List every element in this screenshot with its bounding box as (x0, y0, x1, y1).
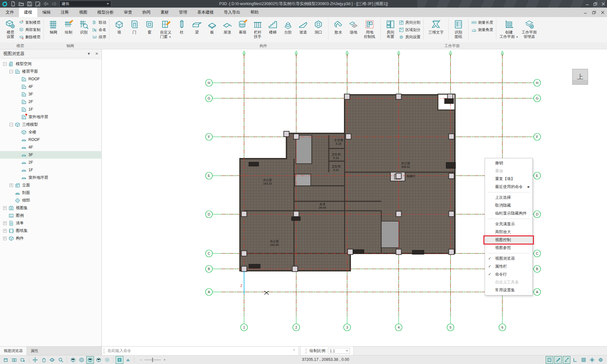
context-item-取消隐藏[interactable]: 取消隐藏 (485, 202, 532, 209)
expander-icon[interactable]: + (3, 237, 7, 240)
menu-导入导出[interactable]: 导入导出 (219, 8, 245, 17)
expander-icon[interactable]: + (3, 206, 7, 210)
expander-icon[interactable]: + (3, 221, 7, 225)
expander-icon[interactable]: − (9, 70, 13, 73)
tile-views-icon[interactable] (10, 356, 18, 364)
add-view-icon[interactable] (19, 356, 27, 364)
tree-item-4F[interactable]: 4F (0, 83, 101, 90)
context-item-命令行[interactable]: ✓命令行 (485, 270, 532, 278)
cube-wire-icon[interactable] (69, 356, 77, 364)
zoom-mag-icon[interactable] (57, 356, 64, 364)
context-item-撤销[interactable]: 撤销 (485, 159, 532, 167)
expander-icon[interactable]: + (3, 229, 7, 233)
ribbon-台阶[interactable]: 台阶 (280, 19, 296, 39)
zoom-extents-icon[interactable] (31, 356, 39, 364)
menu-建模[interactable]: 建模 (19, 8, 37, 17)
boundary-frame-icon[interactable] (546, 356, 553, 364)
tree-item-立面[interactable]: +立面 (0, 181, 101, 189)
ribbon-识别[interactable]: 识别 (76, 19, 91, 39)
restore-icon[interactable] (593, 2, 597, 6)
ribbon-幕墙[interactable]: 幕墙 (235, 19, 250, 39)
context-item-常用设置集[interactable]: 常用设置集 (485, 286, 532, 294)
tree-item-图纸集[interactable]: +图纸集 (0, 227, 101, 234)
tree-item-1F[interactable]: 1F (0, 166, 101, 174)
menu-注释[interactable]: 注释 (56, 8, 74, 17)
minimize-icon[interactable] (586, 2, 589, 6)
panel-tab-属性[interactable]: 属性 (27, 347, 42, 355)
menu-管理[interactable]: 管理 (174, 8, 192, 17)
context-item-自定义工具条[interactable]: 自定义工具条 (485, 278, 532, 286)
tree-item-2F[interactable]: 2F (0, 98, 101, 106)
ortho-icon[interactable] (571, 356, 579, 364)
tree-item-三维模型[interactable]: −三维模型 (0, 121, 101, 128)
ribbon-房间布置[interactable]: 房间布置 (383, 19, 398, 39)
undo-icon[interactable] (43, 1, 49, 7)
tree-item-构件[interactable]: +构件 (0, 234, 101, 242)
cube-sphere-icon[interactable] (78, 356, 85, 364)
expander-icon[interactable]: − (9, 123, 13, 126)
command-line[interactable]: 在此输入命令 ⌃ (102, 347, 298, 355)
tree-item-模型空间[interactable]: −模型空间 (0, 60, 101, 68)
ribbon-墙[interactable]: 墙 (112, 19, 127, 39)
zoom-track[interactable] (144, 360, 161, 360)
save-icon[interactable] (27, 1, 32, 7)
ribbon-用地控制线[interactable]: 用地控制线 (361, 19, 378, 39)
menu-帮助[interactable]: 帮助 (245, 8, 264, 17)
ribbon-柱[interactable]: 柱 (174, 19, 189, 39)
menu-模型分析[interactable]: 模型分析 (92, 8, 119, 17)
ribbon-窗[interactable]: 窗 (142, 19, 157, 39)
panel-collapse-icon[interactable]: ▼ (87, 52, 91, 56)
tree-item-视图集[interactable]: +视图集 (0, 204, 101, 212)
doc-close-icon[interactable] (601, 11, 604, 14)
tree-item-图例[interactable]: 图例 (0, 212, 101, 219)
ribbon-楼梯[interactable]: 楼梯 (265, 19, 280, 39)
context-item-上次选择[interactable]: 上次选择 (485, 194, 532, 202)
orbit-icon[interactable] (48, 356, 56, 364)
ribbon-测量角度[interactable]: 测量角度 (471, 27, 494, 33)
tree-item-剖面[interactable]: 剖面 (0, 189, 101, 197)
ribbon-创建工作平面[interactable]: 创建工作平面 ▼ (499, 19, 519, 39)
settings-gear-icon[interactable] (597, 356, 604, 364)
ribbon-排序[interactable]: 123排序 (91, 34, 107, 40)
tree-item-4F[interactable]: 4F (0, 143, 101, 151)
doc-restore-icon[interactable] (592, 11, 596, 14)
ribbon-测量长度[interactable]: 测量长度 (471, 19, 494, 26)
tree-item-ROOF[interactable]: ROOF (0, 136, 101, 143)
ribbon-场地[interactable]: 场地 (346, 19, 361, 39)
doc-minimize-icon[interactable] (584, 11, 587, 14)
ribbon-三维文字[interactable]: 三维文字 (426, 19, 446, 39)
pan-hand-icon[interactable] (40, 356, 47, 364)
context-item-重做[interactable]: 重做 (485, 167, 532, 175)
tree-item-室外地坪层[interactable]: 室外地坪层 (0, 113, 101, 121)
tree-item-楼层平面[interactable]: −楼层平面 (0, 68, 101, 75)
ribbon-板[interactable]: 板 (205, 19, 220, 39)
menu-素材[interactable]: 素材 (156, 8, 174, 17)
menu-编辑[interactable]: 编辑 (37, 8, 56, 17)
ribbon-联动[interactable]: 联动 (91, 19, 107, 26)
tree-item-室外地坪层[interactable]: 室外地坪层 (0, 174, 101, 181)
context-item-重复【墙】[interactable]: 重复【墙】 (485, 175, 532, 183)
context-item-局部放大[interactable]: 局部放大 (485, 228, 532, 236)
save-as-icon[interactable] (35, 1, 40, 7)
ribbon-门[interactable]: 门 (127, 19, 142, 39)
context-item-属性栏[interactable]: ✓属性栏 (485, 263, 532, 270)
context-item-最近使用的命令[interactable]: 最近使用的命令▶ (485, 183, 532, 191)
menu-基本建模[interactable]: 基本建模 (192, 8, 219, 17)
ribbon-区域划分[interactable]: 区域划分 (398, 27, 421, 33)
tree-item-清单[interactable]: +清单 (0, 219, 101, 227)
menu-协同[interactable]: 协同 (137, 8, 156, 17)
context-item-视图控制[interactable]: 视图控制 (485, 236, 532, 244)
ribbon-轴网[interactable]: 轴网 (46, 19, 61, 39)
ribbon-栏杆扶手[interactable]: 栏杆扶手 (250, 19, 265, 39)
ribbon-删除楼层[interactable]: 删除楼层 (18, 34, 41, 40)
ribbon-命名[interactable]: 命名 (91, 27, 107, 33)
zoom-out-icon[interactable]: − (140, 358, 142, 362)
redo-icon[interactable] (51, 1, 57, 7)
ribbon-自定义门窗[interactable]: 自定义门窗 ▼ (157, 19, 174, 39)
cube-hidden-icon[interactable] (95, 356, 102, 364)
command-expand-icon[interactable]: ⌃ (290, 349, 298, 353)
tree-item-1F[interactable]: 1F (0, 106, 101, 113)
panel-tab-视图浏览器[interactable]: 视图浏览器 (0, 347, 27, 355)
ribbon-散水[interactable]: 散水 (331, 19, 346, 39)
context-item-临时显示隐藏构件[interactable]: 临时显示隐藏构件 (485, 209, 532, 217)
